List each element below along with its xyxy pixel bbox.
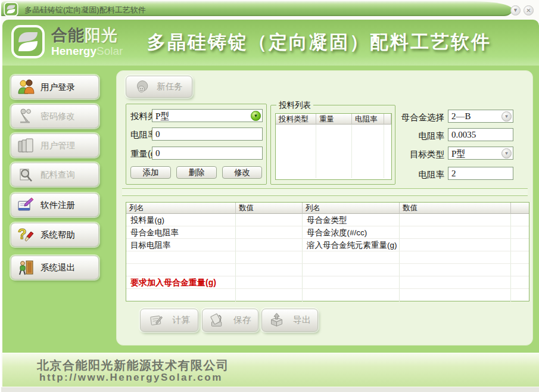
chevron-down-icon[interactable]: ▼ [501,111,512,122]
table-row [276,157,391,167]
sidebar-item-label: 系统帮助 [40,229,75,241]
column-header[interactable]: 数值 [400,203,511,214]
calculate-label: 计算 [173,315,191,326]
app-title: 多晶硅铸锭（定向凝固）配料工艺软件 [147,30,491,55]
feed-list-table[interactable]: 投料类型 重量 电阻率 [275,113,392,180]
save-button[interactable]: 保存 [202,309,258,332]
alloy-resistivity-input[interactable]: 0.0035 [448,128,513,141]
company-name: 北京合能阳光新能源技术有限公司 [37,357,229,374]
sidebar-item-label: 用户登录 [40,82,75,93]
feed-list-header: 投料类型 重量 电阻率 [276,114,391,125]
window-bottom-edge [1,387,539,392]
delete-button[interactable]: 删除 [176,166,217,179]
column-header[interactable]: 重量 [316,114,352,125]
minimize-button[interactable]: ▼ [510,5,521,15]
target-type-label: 目标类型 [397,149,444,160]
new-task-button[interactable]: 新任务 [126,76,192,98]
column-header[interactable]: 数值 [236,203,303,214]
sidebar-item-software-register[interactable]: 软件注册 [11,193,99,217]
title-bar: 多晶硅铸锭(定向凝固)配料工艺软件 ▼ ✕ [1,0,539,18]
sidebar-item-batch-query[interactable]: 配料查询 [11,163,99,186]
close-button[interactable]: ✕ [524,5,534,15]
table-row: 目标电阻率 溶入母合金纯元素重量(g) [126,239,529,251]
table-row [126,289,529,301]
column-header[interactable]: 列名 [303,203,400,214]
folders-icon [17,136,35,154]
sidebar-item-label: 系统退出 [40,262,75,273]
required-alloy-weight-alert: 要求加入母合金重量(g) [126,276,236,288]
save-icon [209,312,225,328]
save-label: 保存 [233,315,251,326]
footer: 北京合能阳光新能源技术有限公司 http://www.HenergySolar.… [2,353,539,387]
brand-name-cn: 合能阳光 [51,27,123,43]
result-table[interactable]: 列名 数值 列名 数值 投料量(g) 母合金类型 母合金电阻率 母合金浓度(#/… [126,202,529,301]
feed-list-legend: 投料列表 [276,100,313,111]
new-task-icon [135,79,151,95]
feed-list-groupbox: 投料列表 投料类型 重量 电阻率 [270,105,395,185]
feed-weight-input[interactable]: 0 [152,147,263,160]
sidebar-item-label: 配料查询 [40,169,75,181]
table-row [126,251,529,264]
sidebar-item-user-login[interactable]: 用户登录 [11,75,99,99]
table-row: 投料量(g) 母合金类型 [126,214,529,226]
help-icon: ? [17,226,35,244]
brand-logo-icon [11,24,45,59]
sidebar-item-label: 用户管理 [40,140,75,151]
register-icon [17,196,35,214]
table-row [276,146,391,157]
column-header-stub [384,114,391,125]
password-icon [17,107,35,125]
sidebar-item-system-exit[interactable]: 系统退出 [11,256,99,279]
brand-logo: 合能阳光 HenergySolar [11,24,123,59]
new-task-label: 新任务 [157,81,183,92]
feed-resistivity-input[interactable]: 0 [152,127,263,141]
app-window: 多晶硅铸锭(定向凝固)配料工艺软件 ▼ ✕ 合能阳光 HenergySolar … [0,0,539,392]
column-header[interactable]: 投料类型 [276,114,316,125]
export-icon [269,312,285,328]
alloy-select-label: 母合金选择 [397,112,444,123]
sidebar-item-user-management[interactable]: 用户管理 [11,133,99,157]
export-label: 导出 [293,315,311,326]
brand-name-en: HenergySolar [51,45,123,57]
table-row-alert: 要求加入母合金重量(g) [126,276,529,289]
target-resistivity-label: 电阻率 [397,169,444,181]
table-row [276,167,391,178]
query-search-icon [17,166,35,183]
column-header[interactable]: 列名 [126,203,236,214]
exit-icon [17,259,35,276]
alloy-resistivity-label: 电阻率 [397,130,444,142]
calculate-button[interactable]: 计算 [140,309,198,332]
app-logo-icon [4,2,18,19]
company-url: http://www.HenergySolar.com [39,372,223,384]
column-header[interactable]: 电阻率 [352,114,384,125]
target-resistivity-input[interactable]: 2 [448,167,513,180]
result-table-header: 列名 数值 列名 数值 [126,203,529,214]
column-header-stub [511,203,529,214]
calculate-icon [148,312,164,328]
add-button[interactable]: 添加 [130,166,171,179]
alloy-select-dropdown[interactable]: 2—B ▼ [448,110,513,123]
table-row [276,135,391,146]
target-type-dropdown[interactable]: P型 ▼ [448,147,513,160]
users-icon [17,78,35,96]
modify-button[interactable]: 修改 [222,166,262,179]
sidebar-item-label: 密码修改 [40,111,75,122]
export-button[interactable]: 导出 [261,309,318,332]
section-divider [122,188,528,196]
sidebar-item-label: 软件注册 [40,200,75,211]
window-title: 多晶硅铸锭(定向凝固)配料工艺软件 [24,5,146,15]
header-banner: 合能阳光 HenergySolar 多晶硅铸锭（定向凝固）配料工艺软件 [2,20,539,66]
chevron-down-icon[interactable]: ▼ [251,111,261,121]
sidebar-item-password-change[interactable]: 密码修改 [11,104,99,128]
table-row [276,125,391,135]
table-row: 母合金电阻率 母合金浓度(#/cc) [126,226,529,239]
sidebar-item-system-help[interactable]: ? 系统帮助 [11,223,99,247]
chevron-down-icon[interactable]: ▼ [501,148,512,158]
feed-type-dropdown[interactable]: P型 ▼ [152,109,263,122]
table-row [126,264,529,276]
